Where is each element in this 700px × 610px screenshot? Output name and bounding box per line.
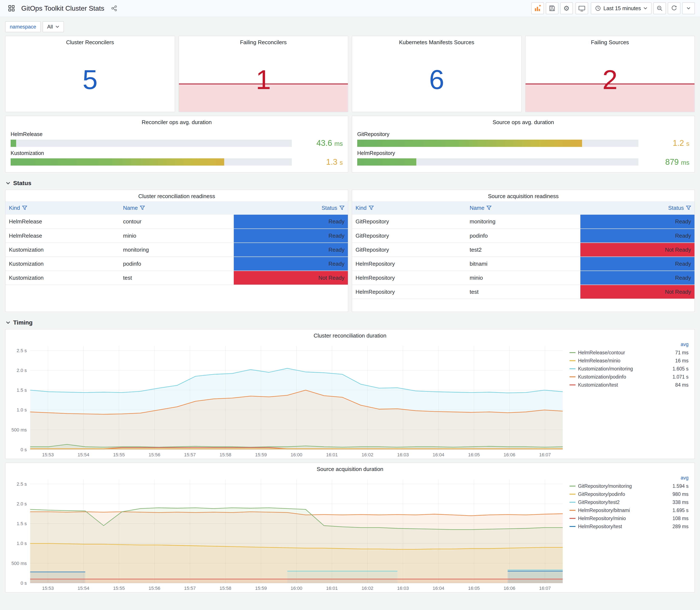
panel-reconciler-ops-duration: Reconciler ops avg. duration HelmRelease… <box>5 116 348 173</box>
panel-title[interactable]: Failing Reconcilers <box>179 36 348 47</box>
svg-text:16:03: 16:03 <box>397 452 409 458</box>
column-header-name[interactable]: Name <box>466 201 580 215</box>
panel-title[interactable]: Cluster reconciliation readiness <box>5 190 348 201</box>
series-avg-value: 980 ms <box>672 492 688 497</box>
namespace-variable-label[interactable]: namespace <box>5 21 41 32</box>
legend-item[interactable]: GitRepository/monitoring1.594 s <box>570 482 688 490</box>
svg-text:16:00: 16:00 <box>291 452 302 458</box>
filter-icon[interactable] <box>339 206 344 210</box>
panel-title[interactable]: Kubernetes Manifests Sources <box>352 36 521 47</box>
svg-text:16:01: 16:01 <box>326 452 338 458</box>
status-badge: Ready <box>234 243 348 257</box>
gauge-label: Kustomization <box>11 150 343 156</box>
series-color-swatch <box>570 352 575 353</box>
series-avg-value: 338 ms <box>672 499 688 505</box>
svg-text:2.0 s: 2.0 s <box>17 368 27 373</box>
column-header-status[interactable]: Status <box>580 201 695 215</box>
panel-title[interactable]: Cluster Reconcilers <box>5 36 175 47</box>
timeseries-chart[interactable]: 0 s500 ms1.0 s1.5 s2.0 s2.5 s15:5315:541… <box>5 474 567 592</box>
column-header-status[interactable]: Status <box>234 201 348 215</box>
panel-title[interactable]: Failing Sources <box>525 36 695 47</box>
filter-icon[interactable] <box>686 206 691 210</box>
bar-gauge-helmrelease: HelmRelease 43.6 ms <box>11 131 343 148</box>
panel-title[interactable]: Source acquisition duration <box>5 463 695 474</box>
gauge-label: HelmRelease <box>11 131 343 137</box>
legend-avg-header[interactable]: avg <box>570 341 688 347</box>
section-status[interactable]: Status <box>5 176 695 190</box>
panel-cluster-reconciliation-readiness: Cluster reconciliation readiness KindNam… <box>5 190 348 312</box>
series-color-swatch <box>570 376 575 377</box>
time-range-picker[interactable]: Last 15 minutes <box>591 2 652 14</box>
refresh-icon[interactable] <box>668 2 681 14</box>
legend-item[interactable]: GitRepository/test2338 ms <box>570 498 688 506</box>
column-header-kind[interactable]: Kind <box>5 201 120 215</box>
template-variables-row: namespace All <box>0 17 700 36</box>
legend-item[interactable]: Kustomization/podinfo1.071 s <box>570 373 688 381</box>
legend-item[interactable]: HelmRelease/contour71 ms <box>570 349 688 357</box>
panel-cluster-reconcilers: Cluster Reconcilers 5 <box>5 36 175 112</box>
share-icon[interactable] <box>108 2 120 14</box>
legend-item[interactable]: HelmRepository/minio108 ms <box>570 514 688 523</box>
series-avg-value: 108 ms <box>672 516 688 521</box>
timeseries-chart[interactable]: 0 s500 ms1.0 s1.5 s2.0 s2.5 s15:5315:541… <box>5 341 567 459</box>
svg-text:16:05: 16:05 <box>468 452 480 458</box>
panel-title[interactable]: Source ops avg. duration <box>352 116 695 127</box>
section-label: Timing <box>13 319 33 326</box>
svg-text:0 s: 0 s <box>21 580 27 586</box>
svg-text:16:00: 16:00 <box>291 585 302 591</box>
svg-text:16:01: 16:01 <box>326 585 338 591</box>
filter-icon[interactable] <box>140 206 145 210</box>
series-color-swatch <box>570 385 575 385</box>
legend-avg-header[interactable]: avg <box>570 475 688 481</box>
svg-text:16:02: 16:02 <box>362 452 373 458</box>
panel-title[interactable]: Cluster reconciliation duration <box>5 330 695 341</box>
apps-grid-icon[interactable] <box>5 2 18 14</box>
series-name: HelmRelease/minio <box>578 358 620 364</box>
column-header-name[interactable]: Name <box>120 201 234 215</box>
series-avg-value: 1.594 s <box>672 483 688 489</box>
column-header-kind[interactable]: Kind <box>352 201 466 215</box>
zoom-out-icon[interactable] <box>653 2 666 14</box>
gauge-value: 1.2 s <box>644 139 689 148</box>
panel-source-ops-duration: Source ops avg. duration GitRepository 1… <box>352 116 695 173</box>
legend-item[interactable]: GitRepository/podinfo980 ms <box>570 490 688 498</box>
filter-icon[interactable] <box>486 206 491 210</box>
kind-cell: GitRepository <box>352 215 466 229</box>
legend-item[interactable]: Kustomization/monitoring1.605 s <box>570 365 688 373</box>
refresh-interval-dropdown[interactable] <box>682 2 695 14</box>
status-badge: Ready <box>580 229 695 243</box>
settings-gear-icon[interactable]: ⚙ <box>560 2 573 14</box>
svg-text:16:03: 16:03 <box>397 585 409 591</box>
status-badge: Ready <box>580 257 695 271</box>
kind-cell: HelmRepository <box>352 285 466 299</box>
kind-cell: Kustomization <box>5 257 120 271</box>
tv-mode-icon[interactable] <box>575 2 588 14</box>
add-panel-icon[interactable] <box>531 2 544 14</box>
legend-item[interactable]: HelmRelease/minio16 ms <box>570 357 688 365</box>
section-timing[interactable]: Timing <box>5 316 695 329</box>
legend-item[interactable]: HelmRepository/test289 ms <box>570 523 688 530</box>
svg-text:15:59: 15:59 <box>255 452 267 458</box>
filter-icon[interactable] <box>22 206 27 210</box>
kind-cell: Kustomization <box>5 271 120 285</box>
svg-text:15:54: 15:54 <box>78 585 89 591</box>
bar-gauge-gitrepository: GitRepository 1.2 s <box>357 131 689 148</box>
table-row: HelmRepositorytestNot Ready <box>352 285 695 299</box>
name-cell: monitoring <box>466 215 580 229</box>
svg-text:15:54: 15:54 <box>78 452 89 458</box>
panel-source-acquisition-duration: Source acquisition duration 0 s500 ms1.0… <box>5 463 695 593</box>
status-badge: Ready <box>234 229 348 243</box>
panel-kubernetes-manifests-sources: Kubernetes Manifests Sources 6 <box>352 36 522 112</box>
panel-title[interactable]: Reconciler ops avg. duration <box>5 116 348 127</box>
legend-item[interactable]: Kustomization/test84 ms <box>570 381 688 389</box>
panel-title[interactable]: Source acquisition readiness <box>352 190 695 201</box>
series-avg-value: 289 ms <box>672 524 688 529</box>
legend-item[interactable]: HelmRepository/bitnami1.695 s <box>570 506 688 514</box>
filter-icon[interactable] <box>369 206 374 210</box>
stat-value: 6 <box>429 66 444 93</box>
name-cell: test <box>120 271 234 285</box>
series-name: HelmRepository/bitnami <box>578 508 630 513</box>
save-dashboard-icon[interactable] <box>546 2 558 14</box>
kind-cell: HelmRepository <box>352 271 466 285</box>
namespace-variable-select[interactable]: All <box>43 21 64 32</box>
